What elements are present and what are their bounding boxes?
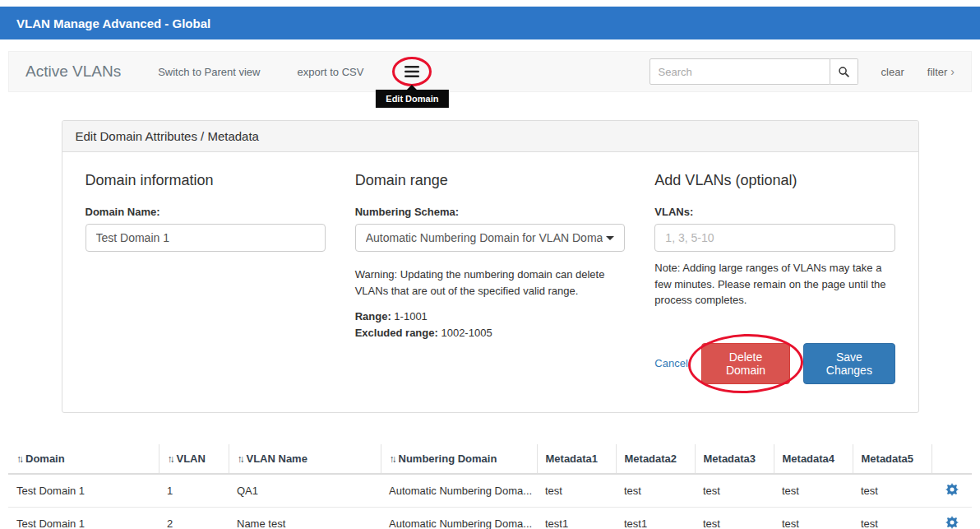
domain-range-section: Domain range Numbering Schema: Automatic… bbox=[340, 172, 640, 384]
domain-information-section: Domain information Domain Name: bbox=[71, 172, 340, 384]
range-warning-text: Warning: Updating the numbering domain c… bbox=[355, 267, 626, 299]
search-icon bbox=[838, 66, 850, 78]
excluded-range-label: Excluded range: bbox=[355, 327, 438, 339]
col-header-vlan-name[interactable]: ↑↓VLAN Name bbox=[229, 444, 381, 474]
vlan-table: ↑↓Domain ↑↓VLAN ↑↓VLAN Name ↑↓Numbering … bbox=[8, 444, 972, 529]
cell-metadata3: test bbox=[695, 474, 774, 508]
cell-metadata4: test bbox=[774, 474, 853, 508]
vlans-input[interactable] bbox=[654, 224, 894, 252]
sort-icon: ↑↓ bbox=[238, 453, 243, 465]
table-row: Test Domain 1 1 QA1 Automatic Numbering … bbox=[8, 474, 972, 508]
excluded-range-line: Excluded range: 1002-1005 bbox=[355, 327, 626, 339]
edit-domain-menu: Edit Domain bbox=[403, 63, 421, 80]
vlans-note-text: Note: Adding large ranges of VLANs may t… bbox=[654, 260, 894, 309]
delete-domain-wrap: Delete Domain bbox=[701, 343, 790, 384]
col-header-actions bbox=[931, 444, 972, 474]
numbering-schema-value: Automatic Numbering Domain for VLAN Doma bbox=[366, 231, 603, 244]
numbering-schema-select[interactable]: Automatic Numbering Domain for VLAN Doma bbox=[355, 224, 626, 252]
col-header-metadata4: Metadata4 bbox=[774, 444, 853, 474]
gear-icon bbox=[945, 483, 959, 496]
excluded-range-value: 1002-1005 bbox=[441, 327, 492, 339]
cancel-link[interactable]: Cancel bbox=[654, 357, 687, 369]
hamburger-menu-icon[interactable] bbox=[403, 63, 421, 82]
search-group bbox=[649, 58, 858, 85]
toolbar: Active VLANs Switch to Parent view expor… bbox=[8, 51, 972, 92]
edit-domain-tooltip: Edit Domain bbox=[376, 90, 448, 108]
tooltip-label: Edit Domain bbox=[386, 94, 438, 104]
cell-vlan-name: Name test bbox=[229, 507, 381, 529]
cell-domain: Test Domain 1 bbox=[8, 474, 159, 508]
col-header-metadata5: Metadata5 bbox=[853, 444, 931, 474]
sort-icon: ↑↓ bbox=[168, 453, 173, 465]
cell-metadata5: test bbox=[853, 474, 931, 508]
cell-numbering-domain: Automatic Numbering Doma... bbox=[381, 474, 537, 508]
sort-icon: ↑↓ bbox=[16, 453, 21, 465]
filter-label: filter bbox=[927, 66, 948, 78]
clear-link[interactable]: clear bbox=[881, 66, 904, 78]
domain-information-heading: Domain information bbox=[86, 172, 326, 189]
panel-body: Domain information Domain Name: Domain r… bbox=[62, 152, 918, 412]
row-settings-button[interactable] bbox=[945, 516, 959, 529]
cell-metadata3: test bbox=[695, 507, 774, 529]
chevron-right-icon: › bbox=[950, 65, 955, 78]
cell-vlan-name: QA1 bbox=[229, 474, 381, 508]
domain-name-input[interactable] bbox=[86, 224, 326, 252]
active-vlans-title: Active VLANs bbox=[25, 63, 121, 81]
cell-metadata1: test1 bbox=[537, 507, 616, 529]
panel-actions: Cancel Delete Domain Save Changes bbox=[654, 343, 894, 384]
col-header-numbering-domain[interactable]: ↑↓Numbering Domain bbox=[381, 444, 537, 474]
switch-parent-view-link[interactable]: Switch to Parent view bbox=[158, 66, 260, 78]
cell-metadata1: test bbox=[537, 474, 616, 508]
range-value: 1-1001 bbox=[394, 310, 427, 323]
col-label: Numbering Domain bbox=[399, 452, 497, 465]
col-header-metadata1: Metadata1 bbox=[537, 444, 616, 474]
row-settings-button[interactable] bbox=[945, 483, 959, 496]
tooltip-arrow-icon bbox=[407, 85, 417, 90]
add-vlans-heading: Add VLANs (optional) bbox=[654, 172, 894, 189]
cell-metadata2: test1 bbox=[616, 507, 695, 529]
edit-domain-panel: Edit Domain Attributes / Metadata Domain… bbox=[62, 120, 919, 413]
col-label: VLAN Name bbox=[247, 452, 307, 465]
range-line: Range: 1-1001 bbox=[355, 310, 626, 323]
caret-down-icon bbox=[606, 236, 614, 240]
numbering-schema-label: Numbering Schema: bbox=[355, 206, 626, 218]
col-label: Domain bbox=[25, 452, 65, 465]
page-title: VLAN Manage Advanced - Global bbox=[16, 16, 210, 30]
app-header: VLAN Manage Advanced - Global bbox=[0, 7, 980, 39]
sort-icon: ↑↓ bbox=[390, 453, 395, 465]
cell-metadata2: test bbox=[616, 474, 695, 508]
col-header-vlan[interactable]: ↑↓VLAN bbox=[159, 444, 229, 474]
vlans-label: VLANs: bbox=[654, 206, 894, 218]
col-label: VLAN bbox=[177, 452, 206, 465]
col-header-domain[interactable]: ↑↓Domain bbox=[8, 444, 159, 474]
cell-vlan: 1 bbox=[159, 474, 229, 508]
table-row: Test Domain 1 2 Name test Automatic Numb… bbox=[8, 507, 972, 529]
cell-metadata5: test bbox=[853, 507, 931, 529]
cell-domain: Test Domain 1 bbox=[8, 507, 159, 529]
export-csv-link[interactable]: export to CSV bbox=[297, 66, 363, 78]
cell-numbering-domain: Automatic Numbering Doma... bbox=[381, 507, 537, 529]
cell-metadata4: test bbox=[774, 507, 853, 529]
col-header-metadata3: Metadata3 bbox=[695, 444, 774, 474]
search-input[interactable] bbox=[649, 58, 830, 85]
delete-domain-button[interactable]: Delete Domain bbox=[701, 343, 790, 384]
save-changes-button[interactable]: Save Changes bbox=[803, 343, 894, 384]
domain-name-label: Domain Name: bbox=[86, 206, 326, 218]
filter-link[interactable]: filter› bbox=[927, 65, 955, 78]
col-header-metadata2: Metadata2 bbox=[616, 444, 695, 474]
gear-icon bbox=[945, 516, 959, 529]
cell-vlan: 2 bbox=[159, 507, 229, 529]
search-button[interactable] bbox=[830, 58, 858, 85]
table-header-row: ↑↓Domain ↑↓VLAN ↑↓VLAN Name ↑↓Numbering … bbox=[8, 444, 972, 474]
domain-range-heading: Domain range bbox=[355, 172, 626, 189]
panel-title: Edit Domain Attributes / Metadata bbox=[62, 121, 918, 152]
add-vlans-section: Add VLANs (optional) VLANs: Note: Adding… bbox=[640, 172, 909, 384]
range-label: Range: bbox=[355, 310, 391, 323]
